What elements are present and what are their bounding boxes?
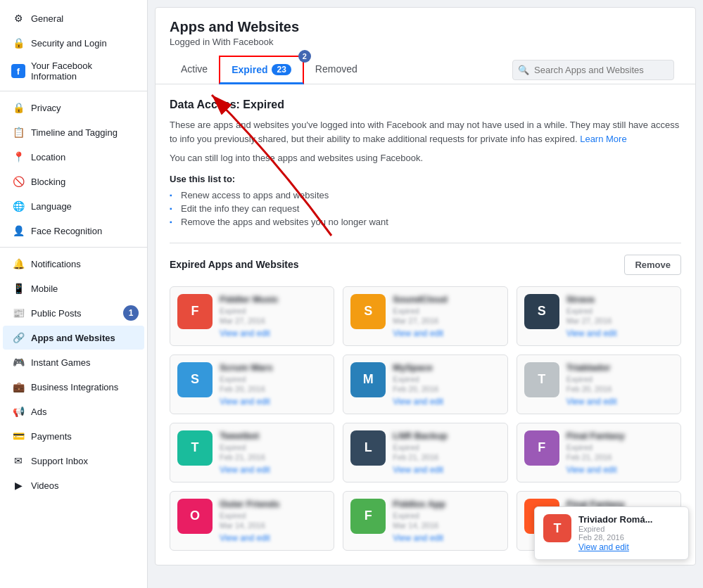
sidebar-item-business[interactable]: 💼 Business Integrations <box>3 375 144 399</box>
app-card: M MySpace Expired Feb 20, 2016 View and … <box>343 354 507 414</box>
sidebar-item-support[interactable]: ✉ Support Inbox <box>3 449 144 473</box>
tooltip-status: Expired <box>578 525 652 533</box>
sidebar-item-public-posts[interactable]: 📰 Public Posts 1 <box>3 301 144 325</box>
app-icon: S <box>350 294 386 329</box>
sidebar-item-label: Language <box>31 201 72 212</box>
expired-tab-label: Expired <box>232 64 267 75</box>
app-name: SoundCloud <box>393 294 500 305</box>
app-date: Feb 21, 2016 <box>393 453 500 461</box>
app-date: Feb 21, 2016 <box>566 453 673 461</box>
app-view-edit-link[interactable]: View and edit <box>393 328 443 338</box>
search-icon: 🔍 <box>518 65 529 75</box>
learn-more-link[interactable]: Learn More <box>580 134 626 144</box>
tooltip-link[interactable]: View and edit <box>578 542 629 552</box>
expired-apps-header: Expired Apps and Websites Remove <box>170 255 681 275</box>
app-view-edit-link[interactable]: View and edit <box>220 397 270 407</box>
tab-removed[interactable]: Removed <box>304 56 369 84</box>
app-date: Feb 20, 2016 <box>566 385 673 393</box>
sidebar-item-instant-games[interactable]: 🎮 Instant Games <box>3 350 144 374</box>
app-status: Expired <box>220 307 327 315</box>
sidebar-item-face-recognition[interactable]: 👤 Face Recognition <box>3 219 144 243</box>
notifications-icon: 🔔 <box>11 257 25 271</box>
sidebar-item-label: Your Facebook Information <box>31 60 136 82</box>
sidebar-item-fb-info[interactable]: f Your Facebook Information <box>3 56 144 87</box>
app-icon: S <box>177 362 213 397</box>
app-view-edit-link[interactable]: View and edit <box>566 397 617 407</box>
tooltip-app-icon: T <box>543 514 571 542</box>
tooltip-popup-inner: T Triviador Romá... Expired Feb 28, 2016… <box>543 514 680 552</box>
app-status: Expired <box>566 443 673 452</box>
app-name: Triablador <box>566 362 673 373</box>
sidebar-item-label: Face Recognition <box>31 226 102 236</box>
app-icon: S <box>524 294 559 329</box>
sidebar-item-mobile[interactable]: 📱 Mobile <box>3 276 144 300</box>
app-view-edit-link[interactable]: View and edit <box>566 328 617 338</box>
app-icon: M <box>350 362 386 397</box>
content-area: Apps and Websites Logged in With Faceboo… <box>155 7 696 565</box>
app-icon: O <box>177 499 213 534</box>
app-view-edit-link[interactable]: View and edit <box>393 465 443 475</box>
app-name: MySpace <box>393 362 500 373</box>
page-subtitle: Logged in With Facebook <box>170 37 681 47</box>
payments-icon: 💳 <box>11 429 25 443</box>
sidebar-item-security[interactable]: 🔒 Security and Login <box>3 31 144 55</box>
app-view-edit-link[interactable]: View and edit <box>220 533 270 543</box>
sidebar-item-apps-websites[interactable]: 🔗 Apps and Websites <box>3 326 144 350</box>
app-card: O Outer Friends Expired Mar 14, 2016 Vie… <box>170 491 334 551</box>
timeline-icon: 📋 <box>11 125 25 139</box>
sidebar-item-privacy[interactable]: 🔒 Privacy <box>3 96 144 120</box>
tooltip-popup: T Triviador Romá... Expired Feb 28, 2016… <box>534 506 689 560</box>
sidebar-item-ads[interactable]: 📢 Ads <box>3 400 144 423</box>
annotation-badge-2: 2 <box>298 50 311 63</box>
remove-button[interactable]: Remove <box>624 255 681 275</box>
app-card: F Fiddler Music Expired Mar 27, 2016 Vie… <box>170 286 334 346</box>
use-list-item-1: Renew access to apps and websites <box>170 188 681 202</box>
videos-icon: ▶ <box>11 478 25 492</box>
app-name: Strava <box>566 294 673 305</box>
app-view-edit-link[interactable]: View and edit <box>393 533 443 543</box>
sidebar-item-notifications[interactable]: 🔔 Notifications <box>3 252 144 276</box>
sidebar-item-label: Instant Games <box>31 357 91 368</box>
app-status: Expired <box>220 511 327 520</box>
language-icon: 🌐 <box>11 199 25 213</box>
app-view-edit-link[interactable]: View and edit <box>220 328 270 338</box>
app-view-edit-link[interactable]: View and edit <box>220 465 270 475</box>
tab-active[interactable]: Active <box>170 56 219 84</box>
app-info: Strava Expired Mar 27, 2016 View and edi… <box>566 294 673 338</box>
sidebar: ⚙ General 🔒 Security and Login f Your Fa… <box>0 0 148 588</box>
expired-apps-title: Expired Apps and Websites <box>170 259 299 270</box>
blocking-icon: 🚫 <box>11 174 25 188</box>
app-status: Expired <box>566 307 673 315</box>
sidebar-item-label: General <box>31 13 63 24</box>
data-access-section: Data Access: Expired These are apps and … <box>170 98 681 229</box>
app-icon: T <box>177 430 213 466</box>
app-info: Triablador Expired Feb 20, 2016 View and… <box>566 362 673 407</box>
app-card: T Tweetbot Expired Feb 21, 2016 View and… <box>170 423 334 482</box>
sidebar-item-videos[interactable]: ▶ Videos <box>3 473 144 497</box>
sidebar-item-language[interactable]: 🌐 Language <box>3 194 144 218</box>
sidebar-item-timeline[interactable]: 📋 Timeline and Tagging <box>3 120 144 144</box>
app-status: Expired <box>393 443 500 452</box>
tooltip-info: Triviador Romá... Expired Feb 28, 2016 V… <box>578 514 652 552</box>
use-list-item-3: Remove the apps and websites you no long… <box>170 215 681 229</box>
tab-expired[interactable]: Expired 23 2 <box>219 56 304 84</box>
app-view-edit-link[interactable]: View and edit <box>566 465 617 475</box>
sidebar-item-label: Blocking <box>31 177 65 187</box>
sidebar-item-label: Security and Login <box>31 38 107 49</box>
search-input[interactable] <box>512 60 674 80</box>
sidebar-item-location[interactable]: 📍 Location <box>3 145 144 169</box>
app-info: Scrum Wars Expired Feb 20, 2016 View and… <box>220 362 327 407</box>
sidebar-item-label: Videos <box>31 480 59 491</box>
privacy-icon: 🔒 <box>11 101 25 115</box>
app-date: Mar 27, 2016 <box>566 317 673 325</box>
app-card: T Triablador Expired Feb 20, 2016 View a… <box>517 354 681 414</box>
app-view-edit-link[interactable]: View and edit <box>393 397 443 407</box>
sidebar-item-payments[interactable]: 💳 Payments <box>3 424 144 448</box>
sidebar-item-label: Timeline and Tagging <box>31 127 118 138</box>
sidebar-item-blocking[interactable]: 🚫 Blocking <box>3 170 144 193</box>
app-date: Feb 21, 2016 <box>220 453 327 461</box>
sidebar-item-label: Public Posts <box>31 308 82 319</box>
content-header: Apps and Websites Logged in With Faceboo… <box>156 8 695 84</box>
sidebar-item-general[interactable]: ⚙ General <box>3 6 144 30</box>
app-date: Mar 14, 2016 <box>220 521 327 530</box>
